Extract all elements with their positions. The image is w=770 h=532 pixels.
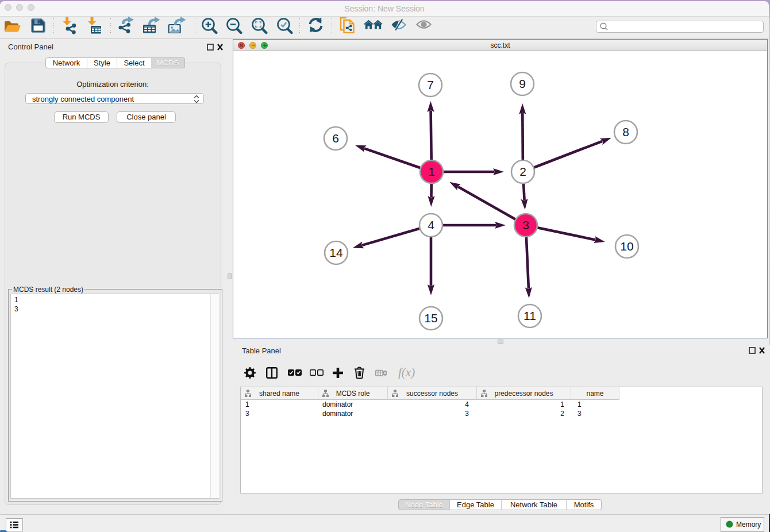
svg-text:9: 9 xyxy=(519,77,526,90)
svg-text:2: 2 xyxy=(519,165,526,178)
svg-text:1: 1 xyxy=(428,165,435,178)
svg-text:4: 4 xyxy=(428,218,434,232)
svg-text:3: 3 xyxy=(522,218,529,232)
svg-text:7: 7 xyxy=(427,78,434,91)
svg-text:8: 8 xyxy=(622,125,629,138)
svg-text:10: 10 xyxy=(620,240,633,253)
svg-text:14: 14 xyxy=(329,246,343,259)
svg-text:6: 6 xyxy=(332,132,339,145)
svg-text:11: 11 xyxy=(523,309,536,322)
svg-text:15: 15 xyxy=(424,311,437,325)
